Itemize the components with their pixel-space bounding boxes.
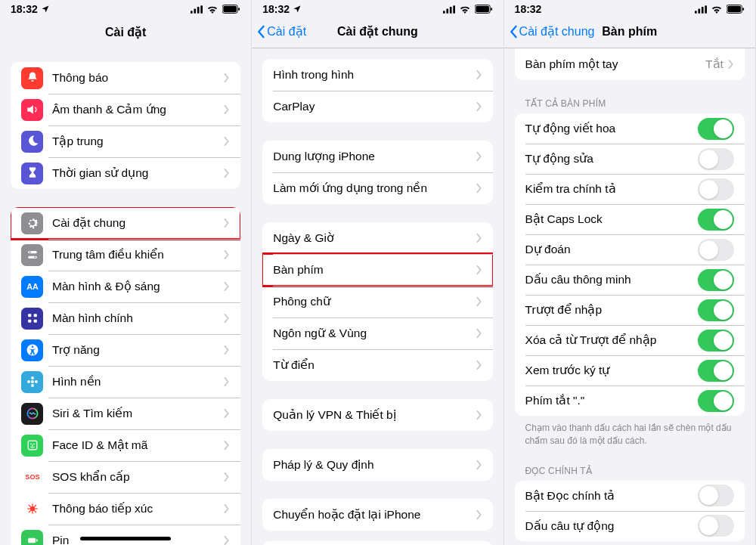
settings-row[interactable]: SOS SOS khẩn cấp <box>11 461 240 493</box>
settings-row[interactable]: Pháp lý & Quy định <box>262 449 492 481</box>
svg-point-22 <box>35 380 38 383</box>
row-label: Ngôn ngữ & Vùng <box>273 327 476 340</box>
svg-rect-49 <box>705 5 707 14</box>
toggle-switch[interactable] <box>698 178 734 200</box>
svg-rect-45 <box>491 8 492 11</box>
settings-row[interactable]: Tập trung <box>11 125 240 157</box>
hourglass-icon <box>21 163 43 184</box>
settings-row[interactable]: Màn hình chính <box>11 302 240 334</box>
toggle-switch[interactable] <box>698 269 734 291</box>
back-button[interactable]: Cài đặt <box>256 24 306 39</box>
svg-line-35 <box>29 511 31 513</box>
chevron-right-icon <box>476 265 482 274</box>
back-button[interactable]: Cài đặt chung <box>509 24 595 39</box>
chevron-right-icon <box>476 70 482 79</box>
settings-list[interactable]: Thông báo Âm thanh & Cảm ứng Tập trung T… <box>0 48 251 545</box>
chevron-right-icon <box>476 460 482 469</box>
status-bar: 18:32 <box>504 0 755 15</box>
row-label: Thời gian sử dụng <box>52 166 224 180</box>
row-label: Siri & Tìm kiếm <box>52 407 224 420</box>
settings-row[interactable]: Trợ năng <box>11 334 240 366</box>
settings-row[interactable]: Ngôn ngữ & Vùng <box>262 317 492 349</box>
settings-row[interactable]: Cài đặt chung <box>11 207 240 239</box>
toggle-switch[interactable] <box>698 360 734 382</box>
settings-row[interactable]: CarPlay <box>262 91 492 122</box>
toggle-switch[interactable] <box>698 515 734 537</box>
row-label: Bật Đọc chính tả <box>525 489 698 503</box>
settings-row[interactable]: Thông báo tiếp xúc <box>11 493 240 525</box>
settings-row[interactable]: Siri & Tìm kiếm <box>11 398 240 429</box>
settings-row[interactable]: Quản lý VPN & Thiết bị <box>262 399 492 431</box>
toggle-switch[interactable] <box>698 485 734 506</box>
settings-row[interactable]: Làm mới ứng dụng trong nền <box>262 172 492 204</box>
toggle-switch[interactable] <box>698 209 734 231</box>
toggle-switch[interactable] <box>698 299 734 321</box>
one-handed-keyboard-row[interactable]: Bàn phím một tay Tắt <box>515 48 745 80</box>
chevron-right-icon <box>476 234 482 243</box>
row-label: Màn hình chính <box>52 311 224 325</box>
row-label: SOS khẩn cấp <box>52 470 224 484</box>
toggle-switch[interactable] <box>698 148 734 170</box>
svg-rect-37 <box>28 538 36 543</box>
svg-line-33 <box>29 505 31 507</box>
toggle-row: Dự đoán <box>515 234 745 265</box>
wifi-icon <box>206 5 218 14</box>
toggle-switch[interactable] <box>698 239 734 261</box>
signal-icon <box>695 5 707 14</box>
svg-rect-1 <box>194 8 197 13</box>
page-title: Cài đặt <box>105 25 146 39</box>
row-label: CarPlay <box>273 100 476 113</box>
settings-row[interactable]: Ngày & Giờ <box>262 222 492 254</box>
location-icon <box>41 5 50 14</box>
bell-icon <box>21 67 43 89</box>
speaker-icon <box>21 99 43 121</box>
battery-icon <box>727 5 745 14</box>
page-title: Cài đặt chung <box>337 24 418 39</box>
settings-row[interactable]: AA Màn hình & Độ sáng <box>11 271 240 302</box>
svg-rect-12 <box>28 314 31 317</box>
chevron-right-icon <box>224 472 230 482</box>
toggle-switch[interactable] <box>698 390 734 412</box>
toggle-row: Phím tắt "." <box>515 386 745 416</box>
settings-row[interactable]: Thông báo <box>11 62 240 94</box>
wifi-icon <box>711 5 723 14</box>
settings-row[interactable]: Face ID & Mật mã <box>11 429 240 461</box>
settings-row[interactable]: Từ điển <box>262 349 492 381</box>
svg-rect-46 <box>695 11 697 14</box>
settings-row[interactable]: Pin <box>11 525 240 545</box>
svg-rect-40 <box>446 8 448 13</box>
virus-icon <box>21 498 43 520</box>
keyboard-settings-list[interactable]: Bàn phím một tay Tắt TẤT CẢ BÀN PHÍM Tự … <box>504 48 755 545</box>
settings-row[interactable]: Chuyển hoặc đặt lại iPhone <box>262 499 492 531</box>
settings-row[interactable]: Âm thanh & Cảm ứng <box>11 94 240 125</box>
SOS-icon: SOS <box>21 466 43 488</box>
svg-rect-42 <box>453 5 455 14</box>
toggle-switch[interactable] <box>698 330 734 351</box>
wifi-icon <box>459 5 471 14</box>
settings-row[interactable]: Trung tâm điều khiển <box>11 239 240 271</box>
row-label: Phím tắt "." <box>525 394 698 407</box>
svg-rect-14 <box>28 320 31 323</box>
row-label: Ngày & Giờ <box>273 231 476 245</box>
svg-point-28 <box>29 506 35 512</box>
settings-row[interactable]: Bàn phím <box>262 254 492 286</box>
navbar: Cài đặt <box>0 15 251 48</box>
row-label: Bàn phím <box>273 263 476 277</box>
toggle-row: Kiểm tra chính tả <box>515 174 745 204</box>
settings-row[interactable]: Hình trong hình <box>262 59 492 91</box>
row-label: Tập trung <box>52 135 224 148</box>
settings-row[interactable]: Dung lượng iPhone <box>262 141 492 172</box>
settings-row[interactable]: Phông chữ <box>262 286 492 317</box>
status-time: 18:32 <box>11 3 38 15</box>
svg-rect-41 <box>449 6 451 13</box>
settings-row[interactable]: Thời gian sử dụng <box>11 157 240 189</box>
svg-rect-5 <box>224 6 237 12</box>
settings-row[interactable]: Hình nền <box>11 366 240 398</box>
signal-icon <box>443 5 455 14</box>
svg-rect-13 <box>33 314 36 317</box>
shutdown-button[interactable]: Tắt máy <box>262 541 492 545</box>
general-settings-list[interactable]: Hình trong hình CarPlay Dung lượng iPhon… <box>252 48 503 545</box>
svg-rect-44 <box>476 6 489 12</box>
toggle-switch[interactable] <box>698 118 734 140</box>
home-indicator[interactable] <box>80 537 171 540</box>
